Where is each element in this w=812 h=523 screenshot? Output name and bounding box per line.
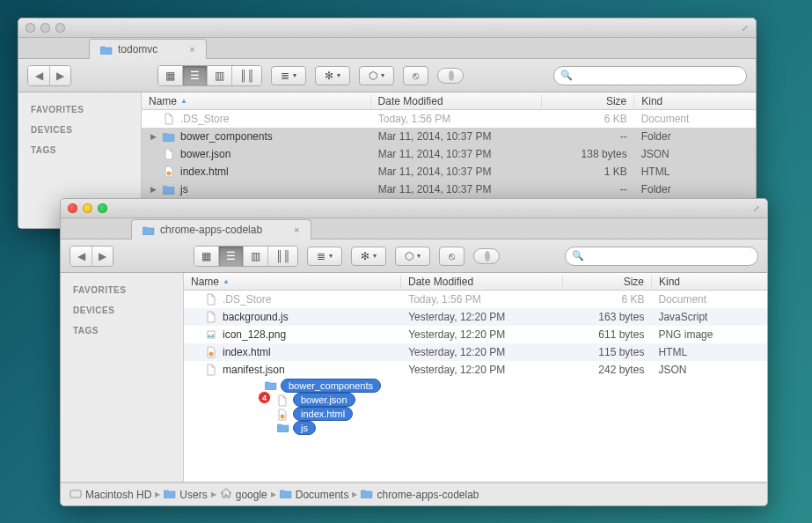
close-icon[interactable]: × [189, 44, 194, 55]
sidebar-tags[interactable]: TAGS [18, 140, 141, 160]
sidebar-devices[interactable]: DEVICES [61, 300, 183, 320]
titlebar[interactable]: ⤢ [61, 199, 767, 218]
file-size: 611 bytes [563, 328, 651, 341]
file-row[interactable]: background.jsYesterday, 12:20 PM163 byte… [184, 308, 767, 326]
tags-button[interactable] [473, 248, 500, 264]
file-date: Mar 11, 2014, 10:37 PM [371, 148, 542, 160]
zoom-button[interactable] [98, 203, 107, 213]
traffic-lights [68, 203, 107, 213]
sidebar-devices[interactable]: DEVICES [18, 120, 141, 140]
file-icon [205, 364, 217, 376]
minimize-button[interactable] [83, 203, 92, 213]
close-button[interactable] [26, 23, 35, 33]
svg-point-0 [167, 172, 172, 176]
coverflow-view-button[interactable]: ║║ [231, 66, 261, 85]
share-button[interactable]: ⎋ [439, 247, 465, 266]
file-row[interactable]: ▶jsMar 11, 2014, 10:37 PM--Folder [142, 180, 756, 198]
icon-view-button[interactable]: ▦ [194, 247, 218, 266]
path-segment[interactable]: Users [164, 489, 207, 501]
chevron-right-icon: ▶ [352, 490, 357, 498]
column-view-button[interactable]: ▥ [243, 247, 267, 266]
column-kind[interactable]: Kind [652, 276, 767, 288]
action-button[interactable]: ✻ ▾ [315, 66, 350, 85]
forward-button[interactable]: ▶ [49, 66, 70, 85]
file-name: index.html [180, 166, 229, 178]
file-list: Name▲ Date Modified Size Kind .DS_StoreT… [184, 273, 767, 482]
fullscreen-icon[interactable]: ⤢ [753, 204, 760, 213]
path-segment[interactable]: Documents [280, 489, 349, 501]
file-date: Yesterday, 12:20 PM [401, 346, 563, 358]
dropbox-button[interactable]: ⬡ ▾ [395, 247, 430, 266]
arrange-button[interactable]: ≣ ▾ [271, 66, 306, 85]
column-name[interactable]: Name▲ [184, 276, 401, 288]
file-row[interactable]: index.htmlYesterday, 12:20 PM115 bytesHT… [184, 343, 767, 361]
list-view-button[interactable]: ☰ [182, 66, 207, 85]
file-row[interactable]: bower.jsonMar 11, 2014, 10:37 PM138 byte… [142, 145, 756, 163]
tags-button[interactable] [437, 68, 464, 84]
finder-window-back: ⤢ todomvc × ◀ ▶ ▦ ☰ ▥ ║║ ≣ ▾ ✻ ▾ ⬡ ▾ ⎋ 🔍 [18, 18, 757, 229]
list-view-button[interactable]: ☰ [218, 247, 243, 266]
column-date[interactable]: Date Modified [371, 95, 542, 107]
dropbox-button[interactable]: ⬡ ▾ [359, 66, 394, 85]
view-mode-group: ▦ ☰ ▥ ║║ [194, 246, 298, 267]
fullscreen-icon[interactable]: ⤢ [742, 24, 749, 33]
column-size[interactable]: Size [563, 276, 652, 288]
disclosure-triangle[interactable]: ▶ [149, 132, 157, 141]
file-row[interactable]: manifest.jsonYesterday, 12:20 PM242 byte… [184, 361, 767, 379]
file-kind: HTML [634, 166, 756, 178]
path-segment[interactable]: chrome-apps-codelab [361, 489, 479, 501]
file-icon [163, 113, 175, 125]
file-date: Today, 1:56 PM [401, 293, 563, 306]
file-name: icon_128.png [223, 328, 286, 341]
action-button[interactable]: ✻ ▾ [351, 247, 386, 266]
sidebar-tags[interactable]: TAGS [61, 320, 183, 341]
file-row[interactable]: icon_128.pngYesterday, 12:20 PM611 bytes… [184, 326, 767, 343]
coverflow-view-button[interactable]: ║║ [267, 247, 297, 266]
back-button[interactable]: ◀ [28, 66, 49, 85]
sidebar-favorites[interactable]: FAVORITES [18, 99, 141, 120]
search-icon: 🔍 [572, 250, 584, 262]
search-input[interactable] [553, 66, 747, 85]
path-label: Macintosh HD [85, 489, 151, 501]
search-input[interactable] [565, 247, 758, 266]
file-size: 1 KB [542, 166, 634, 178]
file-row[interactable]: index.htmlMar 11, 2014, 10:37 PM1 KBHTML [142, 163, 756, 180]
folder-icon [280, 489, 292, 501]
search-icon: 🔍 [560, 70, 573, 81]
close-icon[interactable]: × [294, 225, 299, 235]
column-view-button[interactable]: ▥ [207, 66, 231, 85]
zoom-button[interactable] [55, 23, 65, 33]
tab-codelab[interactable]: chrome-apps-codelab × [131, 219, 311, 239]
path-segment[interactable]: Macintosh HD [69, 489, 151, 501]
share-button[interactable]: ⎋ [403, 66, 428, 85]
disclosure-triangle[interactable]: ▶ [149, 185, 157, 194]
tab-todomvc[interactable]: todomvc × [89, 39, 207, 59]
file-row[interactable]: .DS_StoreToday, 1:56 PM6 KBDocument [142, 110, 756, 128]
path-segment[interactable]: google [220, 488, 267, 501]
back-button[interactable]: ◀ [70, 247, 91, 266]
column-header: Name▲ Date Modified Size Kind [142, 92, 756, 110]
file-date: Yesterday, 12:20 PM [401, 311, 563, 323]
file-row[interactable]: ▶bower_componentsMar 11, 2014, 10:37 PM-… [142, 128, 756, 145]
column-kind[interactable]: Kind [634, 95, 756, 107]
path-label: chrome-apps-codelab [377, 489, 479, 501]
toolbar: ◀ ▶ ▦ ☰ ▥ ║║ ≣ ▾ ✻ ▾ ⬡ ▾ ⎋ 🔍 [61, 239, 767, 273]
sidebar: FAVORITES DEVICES TAGS [61, 273, 184, 482]
column-size[interactable]: Size [542, 95, 635, 107]
sort-arrow-icon: ▲ [180, 97, 187, 105]
file-name: bower_components [180, 130, 273, 143]
minimize-button[interactable] [40, 23, 50, 33]
file-icon [205, 311, 217, 323]
arrange-button[interactable]: ≣ ▾ [307, 247, 342, 266]
close-button[interactable] [68, 203, 77, 213]
hd-icon [69, 489, 82, 501]
path-label: Users [179, 489, 207, 501]
icon-view-button[interactable]: ▦ [158, 66, 182, 85]
file-row[interactable]: .DS_StoreToday, 1:56 PM6 KBDocument [184, 291, 767, 308]
column-date[interactable]: Date Modified [401, 276, 563, 288]
file-date: Yesterday, 12:20 PM [401, 328, 563, 341]
titlebar[interactable]: ⤢ [18, 18, 756, 38]
forward-button[interactable]: ▶ [91, 247, 113, 266]
sidebar-favorites[interactable]: FAVORITES [61, 280, 183, 300]
column-name[interactable]: Name▲ [142, 95, 371, 107]
